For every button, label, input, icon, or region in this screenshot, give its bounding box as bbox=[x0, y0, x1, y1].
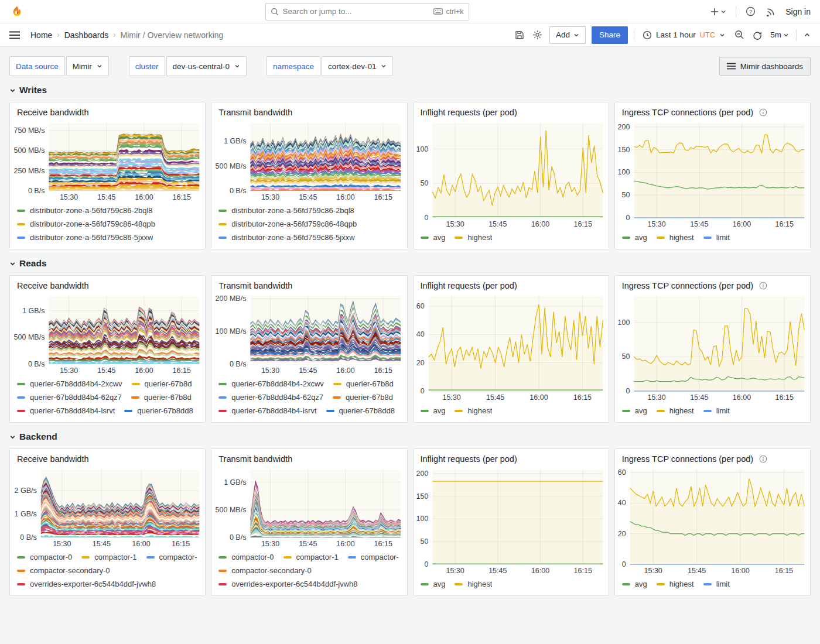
grafana-logo[interactable] bbox=[9, 4, 25, 19]
legend-item[interactable]: distributor-zone-a-56fd759c86-48qpb bbox=[218, 220, 357, 228]
share-button[interactable]: Share bbox=[592, 26, 628, 44]
panel-title[interactable]: Ingress TCP connections (per pod) bbox=[622, 454, 753, 464]
panel-chart[interactable]: 15:3015:4516:0016:15100500 bbox=[615, 292, 810, 403]
section-header-reads[interactable]: Reads bbox=[9, 257, 811, 270]
section-header-backend[interactable]: Backend bbox=[9, 430, 811, 443]
legend-item[interactable]: compactor- bbox=[348, 553, 399, 561]
legend-item[interactable]: distributor-zone-a-56fd759c86-2bql8 bbox=[17, 206, 153, 215]
refresh-interval-picker[interactable]: 5m bbox=[769, 29, 790, 40]
legend-item[interactable]: compactor- bbox=[146, 553, 197, 561]
legend-item[interactable]: compactor-0 bbox=[17, 553, 72, 561]
legend-item[interactable]: compactor-1 bbox=[283, 553, 339, 561]
legend-item[interactable]: avg bbox=[421, 233, 446, 242]
variable-value-datasource[interactable]: Mimir bbox=[66, 56, 109, 76]
help-button[interactable]: ? bbox=[744, 5, 757, 18]
legend-item[interactable]: avg bbox=[421, 406, 446, 415]
legend-item[interactable]: compactor-secondary-0 bbox=[218, 566, 312, 575]
legend-item[interactable]: querier-67b8d bbox=[333, 393, 399, 402]
legend-item[interactable]: compactor-1 bbox=[81, 553, 136, 561]
legend-item[interactable]: querier-67b8dd84b4-62qz7 bbox=[218, 393, 323, 402]
panel-title[interactable]: Transmit bandwidth bbox=[218, 108, 292, 117]
legend-item[interactable]: overrides-exporter-6c544b4ddf-jvwh8 bbox=[218, 580, 357, 588]
legend-item[interactable]: avg bbox=[622, 233, 647, 242]
legend-item[interactable]: highest bbox=[455, 580, 492, 588]
panel-title[interactable]: Receive bandwidth bbox=[17, 108, 89, 117]
legend-item[interactable]: querier-67b8dd84b4-lsrvt bbox=[17, 406, 115, 415]
legend-item[interactable]: compactor-secondary-0 bbox=[17, 566, 110, 575]
panel-chart[interactable]: 15:3015:4516:0016:15200150100500 bbox=[615, 118, 810, 229]
zoom-out-button[interactable] bbox=[733, 29, 746, 41]
legend-item[interactable]: querier-67b8dd8 bbox=[124, 406, 198, 415]
panel-chart[interactable]: 15:3015:4516:0016:156040200 bbox=[615, 465, 810, 576]
legend-item[interactable]: compactor-0 bbox=[218, 553, 274, 561]
legend-item[interactable]: highest bbox=[657, 233, 694, 242]
variable-value-namespace[interactable]: cortex-dev-01 bbox=[322, 56, 394, 76]
panel-header: Transmit bandwidth bbox=[211, 449, 406, 465]
mimir-dashboards-button[interactable]: Mimir dashboards bbox=[719, 57, 811, 76]
collapse-toolbar-button[interactable] bbox=[802, 30, 812, 40]
info-icon[interactable] bbox=[759, 108, 767, 117]
legend-item[interactable]: distributor-zone-a-56fd759c86-5jxxw bbox=[17, 233, 153, 242]
legend-item[interactable]: querier-67b8d bbox=[131, 393, 198, 402]
legend-item[interactable]: querier-67b8dd84b4-2xcwv bbox=[17, 379, 122, 388]
legend-item[interactable]: querier-67b8dd84b4-lsrvt bbox=[218, 406, 316, 415]
breadcrumb-home[interactable]: Home bbox=[30, 30, 52, 40]
legend-item[interactable]: highest bbox=[657, 406, 694, 415]
legend-item[interactable]: distributor-zone-a-56fd759c86-2bql8 bbox=[218, 206, 354, 215]
panel-title[interactable]: Inflight requests (per pod) bbox=[421, 454, 517, 464]
section-header-writes[interactable]: Writes bbox=[9, 84, 811, 97]
legend-item[interactable]: querier-67b8d bbox=[333, 379, 400, 388]
sign-in-link[interactable]: Sign in bbox=[785, 7, 811, 16]
time-range-picker[interactable]: Last 1 hour UTC bbox=[640, 30, 727, 40]
panel-chart[interactable]: 15:3015:4516:0016:15200150100500 bbox=[414, 465, 609, 576]
legend-item[interactable]: highest bbox=[455, 233, 492, 242]
info-icon[interactable] bbox=[759, 282, 767, 290]
legend-item[interactable]: highest bbox=[657, 580, 694, 588]
panel-chart[interactable]: 15:3015:4516:0016:151 GB/s500 MB/s0 B/s bbox=[211, 118, 406, 203]
add-button[interactable]: Add bbox=[549, 26, 586, 44]
legend-item[interactable]: querier-67b8d bbox=[132, 379, 199, 388]
legend-item[interactable]: limit bbox=[703, 406, 730, 415]
dashboard-settings-button[interactable] bbox=[531, 29, 544, 41]
legend-item[interactable]: distributor-zone-a-56fd759c86-48qpb bbox=[17, 220, 155, 228]
panel-title[interactable]: Receive bandwidth bbox=[17, 454, 89, 464]
news-button[interactable] bbox=[765, 5, 777, 18]
panel-title[interactable]: Ingress TCP connections (per pod) bbox=[622, 108, 753, 117]
legend-item[interactable]: querier-67b8dd8 bbox=[326, 406, 400, 415]
panel-title[interactable]: Transmit bandwidth bbox=[218, 281, 292, 290]
legend-item[interactable]: querier-67b8dd84b4-62qz7 bbox=[17, 393, 122, 402]
panel-chart[interactable]: 15:3015:4516:0016:15750 MB/s500 MB/s250 … bbox=[10, 118, 205, 203]
panel-chart[interactable]: 15:3015:4516:0016:15100500 bbox=[414, 118, 609, 229]
legend-item[interactable]: avg bbox=[622, 406, 647, 415]
panel-title[interactable]: Inflight requests (per pod) bbox=[421, 281, 517, 290]
chevron-down-icon bbox=[9, 261, 16, 267]
legend-item[interactable]: overrides-exporter-6c544b4ddf-jvwh8 bbox=[17, 580, 156, 588]
legend-item[interactable]: querier-67b8dd84b4-2xcwv bbox=[218, 379, 324, 388]
legend-item[interactable]: avg bbox=[421, 580, 446, 588]
breadcrumb-dashboards[interactable]: Dashboards bbox=[64, 30, 109, 40]
panel-chart[interactable]: 15:3015:4516:0016:156040200 bbox=[414, 292, 609, 403]
legend-item[interactable]: limit bbox=[703, 233, 730, 242]
menu-toggle-button[interactable] bbox=[8, 30, 21, 40]
search-input[interactable]: Search or jump to... ctrl+k bbox=[265, 3, 469, 20]
panel-chart[interactable]: 15:3015:4516:0016:151 GB/s500 MB/s0 B/s bbox=[10, 292, 205, 376]
panel-chart[interactable]: 15:3015:4516:0016:152 GB/s1 GB/s0 B/s bbox=[10, 465, 205, 549]
panel-title[interactable]: Inflight requests (per pod) bbox=[421, 108, 517, 117]
list-icon bbox=[727, 63, 736, 70]
legend-item[interactable]: distributor-zone-a-56fd759c86-5jxxw bbox=[218, 233, 354, 242]
legend-item[interactable]: limit bbox=[703, 580, 730, 588]
panel-title[interactable]: Transmit bandwidth bbox=[218, 454, 292, 464]
save-dashboard-button[interactable] bbox=[514, 29, 525, 41]
legend-item[interactable]: highest bbox=[455, 406, 492, 415]
panel-title[interactable]: Receive bandwidth bbox=[17, 281, 89, 290]
panel-title[interactable]: Ingress TCP connections (per pod) bbox=[622, 281, 753, 290]
panel-chart[interactable]: 15:3015:4516:0016:151 GB/s500 MB/s0 B/s bbox=[211, 465, 406, 549]
svg-text:16:00: 16:00 bbox=[531, 220, 549, 228]
panel-chart[interactable]: 15:3015:4516:0016:15200 MB/s100 MB/s0 B/… bbox=[211, 292, 406, 376]
refresh-button[interactable] bbox=[751, 29, 763, 41]
legend-item[interactable]: avg bbox=[622, 580, 647, 588]
legend-row: querier-67b8dd84b4-2xcwvquerier-67b8d bbox=[17, 377, 198, 390]
info-icon[interactable] bbox=[759, 455, 767, 463]
variable-value-cluster[interactable]: dev-us-central-0 bbox=[166, 56, 247, 76]
new-button[interactable] bbox=[709, 6, 727, 17]
